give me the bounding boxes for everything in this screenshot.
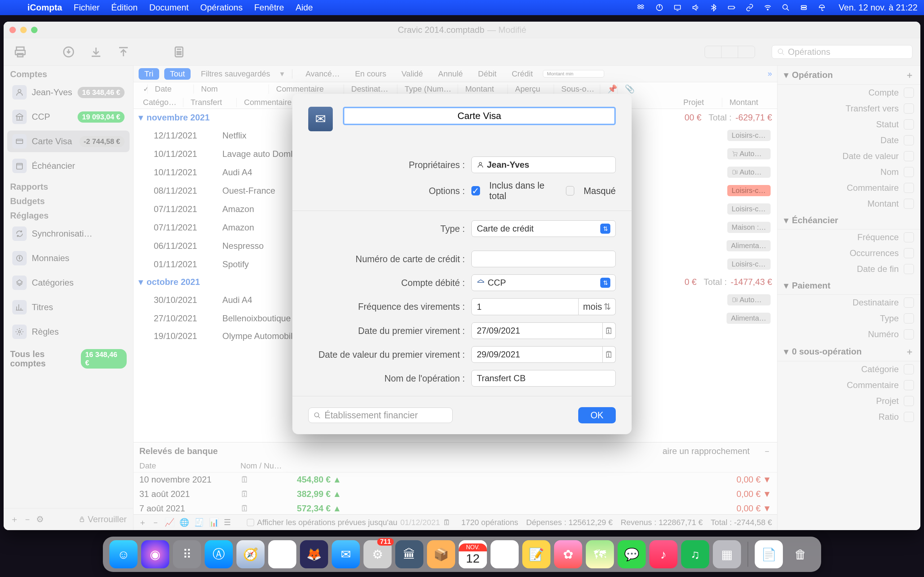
account-name-input[interactable] [343,107,616,125]
pin-icon[interactable]: 📌 [603,84,617,94]
col-date[interactable]: Date [139,461,241,471]
sidebar-echeancier[interactable]: Échéancier [7,155,129,177]
power-icon[interactable] [655,3,664,12]
dock-messages[interactable]: 💬 [617,540,646,568]
attach-icon[interactable]: 📎 [620,84,635,94]
checkbox-inclus[interactable]: ✓ [472,186,480,195]
menu-aide[interactable]: Aide [296,3,313,13]
add-icon[interactable]: ＋ [905,69,914,81]
sidebar-account-jeanyves[interactable]: Jean-Yves 16 348,46 € [7,82,129,103]
checkbox[interactable] [247,519,254,526]
window-controls[interactable] [10,27,37,33]
stepper[interactable] [904,135,914,145]
stepper[interactable] [904,298,914,308]
gear-icon[interactable]: ⚙︎ [36,514,44,524]
dropbox-icon[interactable] [637,3,646,12]
freq-unit-stepper[interactable]: mois⇅ [578,298,616,315]
sidebar-account-cartevisa[interactable]: Carte Visa -2 744,58 € [7,131,129,152]
sidebar-categories[interactable]: Catégories [7,272,129,293]
filter-valide[interactable]: Validé [396,68,428,80]
remove-icon[interactable]: － [152,517,160,528]
section-paiement[interactable]: ▾ Paiement [777,277,921,295]
search-input[interactable]: Opérations [772,45,913,59]
zoom-icon[interactable] [31,27,37,33]
chevron-down-icon[interactable]: ▾ [139,113,143,122]
display-icon[interactable] [673,3,682,12]
col-commentaire[interactable]: Commentaire [272,84,344,94]
stepper[interactable] [904,364,914,374]
dock-spotify[interactable]: ♫ [681,540,709,568]
dock-music[interactable]: ♪ [649,540,677,568]
menu-fichier[interactable]: Fichier [74,3,100,13]
dock-launchpad[interactable]: ⠿ [173,540,201,568]
volume-icon[interactable] [691,3,700,12]
freq-value-input[interactable] [472,298,578,315]
dock-photos[interactable]: ✿ [554,540,582,568]
col-sousop[interactable]: Sous-op… [557,84,600,94]
add-icon[interactable]: ＋ [139,517,147,528]
dock-siri[interactable]: ◉ [141,540,169,568]
bar-chart-icon[interactable]: 📊 [209,518,219,527]
stepper[interactable] [904,103,914,114]
filter-credit[interactable]: Crédit [507,68,538,80]
add-icon[interactable]: ＋ [905,346,914,357]
menu-document[interactable]: Document [149,3,188,13]
clock[interactable]: Ven. 12 nov. à 21:22 [839,3,918,13]
close-icon[interactable] [10,27,16,33]
globe-icon[interactable]: 🌐 [179,518,189,527]
col-montant2[interactable]: Montant [725,98,772,107]
export-button[interactable] [115,43,132,61]
col-nom[interactable]: Nom [197,84,269,94]
calendar-picker-icon[interactable]: 🗓︎ [603,322,616,339]
col-projet[interactable]: Projet [679,98,722,107]
checkbox-masque[interactable] [566,186,575,195]
dock-mail[interactable]: ✉︎ [332,540,360,568]
col-apercu[interactable]: Aperçu [511,84,554,94]
dock-finder[interactable]: ☺︎ [109,540,137,568]
stepper[interactable] [904,151,914,161]
dock-calendar[interactable]: NOV.12 [459,540,487,568]
col-nom[interactable]: Nom / Nu… [241,461,331,471]
col-destinataire[interactable]: Destinat… [347,84,397,94]
umbrella-icon[interactable] [817,3,827,12]
add-icon[interactable]: ＋ [10,514,19,525]
valuedate-input[interactable] [472,346,603,363]
dock-systemprefs[interactable]: ⚙︎711 [363,540,392,568]
col-date[interactable]: Date [150,84,194,94]
col-transfert[interactable]: Transfert [186,98,237,107]
col-categorie[interactable]: Catégo… [139,98,183,107]
link-icon[interactable] [745,3,754,12]
filter-annule[interactable]: Annulé [433,68,468,80]
col-montant[interactable]: Montant [461,84,508,94]
ok-button[interactable]: OK [578,407,616,423]
col-check[interactable]: ✓ [139,84,148,94]
bluetooth-icon[interactable] [709,3,718,12]
menu-edition[interactable]: Édition [111,3,137,13]
stepper[interactable] [904,412,914,422]
stepper[interactable] [904,329,914,339]
opname-input[interactable] [472,370,616,387]
filter-encours[interactable]: En cours [350,68,391,80]
pill-tout[interactable]: Tout [164,68,191,80]
battery-icon[interactable] [727,3,736,12]
debited-select[interactable]: CCP ⇅ [472,274,616,291]
calculator-button[interactable] [170,43,188,61]
chevron-down-icon[interactable]: ▾ [139,277,143,287]
stepper[interactable] [904,167,914,177]
dock-firefox[interactable]: 🦊 [300,540,328,568]
more-icon[interactable]: » [768,69,772,79]
dock-box[interactable]: 📦 [427,540,455,568]
dock-app[interactable]: ▦ [713,540,741,568]
dock-document[interactable]: 📄 [755,540,783,568]
stepper[interactable] [904,248,914,258]
menu-operations[interactable]: Opérations [200,3,242,13]
calendar-icon[interactable]: 🗓︎ [443,518,451,527]
lock-button[interactable]: Verrouiller [78,514,127,524]
stepper[interactable] [904,199,914,209]
cardnum-input[interactable] [472,251,616,267]
print-button[interactable] [11,43,29,61]
releve-row[interactable]: 10 novembre 2021 🗓︎ 454,80 € ▲ 0,00 € ▼ [134,472,777,487]
import-button[interactable] [87,43,105,61]
releve-row[interactable]: 7 août 2021 🗓︎ 572,34 € ▲ 0,00 € ▼ [134,501,777,516]
bank-search-input[interactable]: Établissement financier [308,408,452,423]
